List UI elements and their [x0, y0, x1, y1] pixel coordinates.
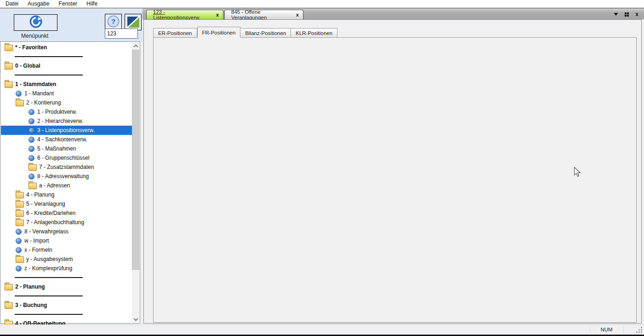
sidebar-scrollbar[interactable]	[132, 42, 139, 323]
sidebar-item-listenpositionsverw[interactable]: 3 - Listenpositionsverw.	[1, 126, 132, 135]
folder-icon	[16, 256, 23, 262]
sphere-icon	[16, 91, 22, 97]
window-layout-icon[interactable]	[625, 12, 629, 17]
sidebar-item-planung-sub[interactable]: 4 - Planung	[1, 190, 132, 199]
window-tab-strip: 123 - Listenpositionsverw. x 845 - Offen…	[142, 8, 644, 19]
tree-label: 7 - Anlagenbuchhaltung	[26, 219, 84, 226]
statusbar-divider	[623, 326, 624, 334]
app-logo-button[interactable]	[125, 14, 142, 30]
sphere-icon	[16, 247, 22, 253]
tree-label: a - Adressen	[39, 182, 70, 189]
favorites-folder-icon: ★	[5, 44, 12, 51]
sidebar-item-planung[interactable]: 2 - Planung	[1, 282, 132, 291]
tree-label: 8 - Verwahrgelass	[24, 228, 68, 235]
tab-bilanz-positionen[interactable]: Bilanz-Positionen	[240, 28, 291, 38]
sidebar-item-produktverw[interactable]: 1 - Produktverw.	[1, 107, 132, 116]
sidebar-item-adressverwaltung[interactable]: 8 - Adressverwaltung	[1, 172, 132, 181]
tree-separator	[1, 310, 132, 319]
sidebar-item-kontierung[interactable]: 2 - Kontierung	[1, 98, 132, 107]
scroll-up-icon[interactable]	[132, 42, 139, 49]
tree-label: 2 - Hierarchieverw.	[37, 118, 83, 124]
toolbar: Menüpunkt ? 123	[0, 9, 142, 41]
menu-code-input[interactable]: 123	[105, 29, 138, 39]
tree-label: 0 - Global	[15, 63, 40, 69]
status-bar: NUM	[0, 324, 644, 335]
menu-datei[interactable]: Datei	[1, 0, 23, 8]
close-icon[interactable]: x	[635, 12, 638, 17]
tree-label: 7 - Zusatzstammdaten	[39, 164, 94, 170]
sidebar-item-zusatzstammdaten[interactable]: 7 - Zusatzstammdaten	[1, 162, 132, 172]
sidebar-item-kredite-darlehen[interactable]: 6 - Kredite/Darlehen	[1, 209, 132, 218]
menuepunkt-go-button[interactable]	[14, 14, 57, 31]
folder-icon	[28, 182, 36, 189]
sidebar-item-mandant[interactable]: 1 - Mandant	[1, 89, 132, 98]
menu-fenster[interactable]: Fenster	[54, 0, 82, 8]
tab-label: 845 - Offene Veranlagungen	[231, 9, 291, 20]
position-tabs: ER-Positionen FR-Positionen Bilanz-Posit…	[153, 27, 337, 38]
tab-close-icon[interactable]: x	[296, 12, 299, 17]
folder-icon	[16, 219, 23, 226]
sidebar-item-veranlagung[interactable]: 5 - Veranlagung	[1, 199, 132, 209]
tree-label: 4 - Planung	[26, 191, 54, 198]
tab-klr-positionen[interactable]: KLR-Positionen	[291, 28, 337, 38]
sphere-icon	[28, 127, 34, 133]
sidebar-item-stammdaten[interactable]: 1 - Stammdaten	[1, 80, 132, 89]
tree-label: 6 - Gruppenschlüssel	[37, 155, 89, 161]
tree-label: 2 - Kontierung	[26, 99, 61, 106]
tree-label: 3 - Buchung	[15, 302, 47, 308]
menuepunkt-label: Menüpunkt	[21, 33, 48, 39]
sphere-icon	[28, 146, 34, 152]
sphere-icon	[28, 118, 34, 124]
resize-grip[interactable]	[641, 331, 642, 333]
sidebar-item-import[interactable]: w - Import	[1, 236, 132, 245]
folder-icon	[16, 191, 23, 198]
window-tab-offene-veranlagungen[interactable]: 845 - Offene Veranlagungen x	[224, 10, 303, 19]
tree-label: * - Favoriten	[15, 44, 47, 51]
tree-separator	[1, 70, 132, 80]
sidebar-item-sachkontenverw[interactable]: 4 - Sachkontenverw.	[1, 135, 132, 144]
sidebar-item-hierarchieverw[interactable]: 2 - Hierarchieverw.	[1, 116, 132, 126]
sidebar-item-formeln[interactable]: x - Formeln	[1, 245, 132, 255]
tab-page	[153, 37, 637, 323]
help-button[interactable]: ?	[105, 14, 122, 30]
tree-label: 5 - Veranlagung	[26, 201, 65, 207]
sphere-icon	[16, 238, 22, 244]
sidebar-item-anlagenbuchhaltung[interactable]: 7 - Anlagenbuchhaltung	[1, 218, 132, 227]
sidebar-item-gruppenschluessel[interactable]: 6 - Gruppenschlüssel	[1, 153, 132, 162]
sidebar-item-komplexpruefung[interactable]: z - Komplexprüfung	[1, 264, 132, 273]
tree-label: z - Komplexprüfung	[24, 265, 72, 272]
tree-separator	[1, 273, 132, 282]
num-lock-indicator: NUM	[590, 327, 623, 332]
window-tab-listenpositionsverw[interactable]: 123 - Listenpositionsverw. x	[146, 10, 223, 19]
tree-label: 4 - Sachkontenverw.	[37, 136, 87, 143]
sphere-icon	[28, 155, 34, 161]
sidebar-item-favoriten[interactable]: ★ * - Favoriten	[1, 43, 132, 52]
sphere-icon	[28, 137, 34, 143]
tab-er-positionen[interactable]: ER-Positionen	[153, 28, 197, 38]
folder-icon	[28, 164, 36, 170]
sidebar-item-verwahrgelass[interactable]: 8 - Verwahrgelass	[1, 227, 132, 236]
tab-list-dropdown-icon[interactable]	[614, 13, 618, 16]
sidebar-item-buchung[interactable]: 3 - Buchung	[1, 301, 132, 310]
main-content-panel: ER-Positionen FR-Positionen Bilanz-Posit…	[143, 19, 642, 324]
tree-label: 3 - Listenpositionsverw.	[37, 127, 95, 133]
folder-icon	[5, 284, 12, 290]
scroll-down-icon[interactable]	[132, 316, 139, 323]
tab-close-icon[interactable]: x	[216, 12, 219, 17]
sidebar-item-adressen[interactable]: a - Adressen	[1, 181, 132, 190]
folder-icon	[16, 201, 23, 207]
menu-ausgabe[interactable]: Ausgabe	[23, 0, 54, 8]
tree-label: 1 - Stammdaten	[15, 81, 56, 87]
menu-hilfe[interactable]: Hilfe	[82, 0, 102, 8]
window-controls: x	[614, 12, 638, 17]
tab-label: 123 - Listenpositionsverw.	[153, 9, 211, 20]
scrollbar-thumb[interactable]	[132, 50, 139, 270]
folder-icon	[5, 302, 12, 308]
sphere-icon	[16, 229, 22, 235]
navigation-sidebar: ★ * - Favoriten 0 - Global 1 - Stammdate…	[0, 41, 140, 324]
sidebar-item-global[interactable]: 0 - Global	[1, 61, 132, 70]
tree-label: 1 - Produktverw.	[37, 109, 77, 115]
tab-fr-positionen[interactable]: FR-Positionen	[197, 27, 241, 38]
sidebar-item-massnahmen[interactable]: 5 - Maßnahmen	[1, 144, 132, 153]
sidebar-item-ausgabesystem[interactable]: y - Ausgabesystem	[1, 255, 132, 264]
